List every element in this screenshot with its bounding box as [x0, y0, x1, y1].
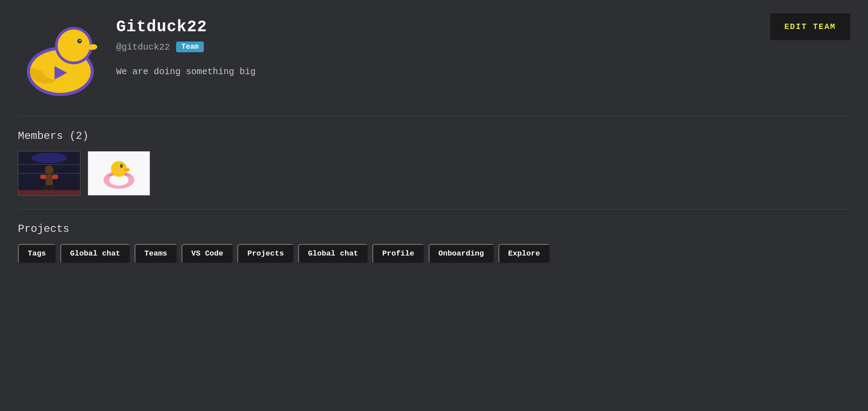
members-section: Members (2) — [18, 130, 850, 196]
svg-point-11 — [45, 165, 54, 174]
svg-point-29 — [122, 165, 122, 166]
project-tag[interactable]: Projects — [237, 244, 294, 263]
profile-bio: We are doing something big — [116, 67, 256, 77]
project-tag[interactable]: Onboarding — [429, 244, 494, 263]
header-section: Gitduck22 @gitduck22 Team We are doing s… — [18, 13, 850, 98]
projects-tags: TagsGlobal chatTeamsVS CodeProjectsGloba… — [18, 244, 850, 263]
svg-point-28 — [120, 165, 123, 168]
divider-1 — [18, 116, 850, 117]
profile-handle: @gitduck22 — [116, 42, 170, 52]
project-tag[interactable]: VS Code — [181, 244, 233, 263]
members-grid — [18, 151, 850, 196]
project-tag[interactable]: Tags — [18, 244, 56, 263]
svg-point-27 — [124, 168, 130, 172]
svg-rect-14 — [52, 175, 58, 179]
projects-title: Projects — [18, 223, 850, 235]
project-tag[interactable]: Global chat — [298, 244, 368, 263]
profile-handle-row: @gitduck22 Team — [116, 42, 256, 52]
avatar — [18, 13, 103, 98]
project-tag[interactable]: Explore — [498, 244, 550, 263]
svg-rect-13 — [40, 175, 46, 179]
main-content: Gitduck22 @gitduck22 Team We are doing s… — [0, 0, 868, 277]
projects-section: Projects TagsGlobal chatTeamsVS CodeProj… — [18, 223, 850, 263]
svg-point-5 — [80, 40, 81, 42]
svg-rect-12 — [46, 174, 53, 185]
member-avatar-1[interactable] — [18, 151, 80, 196]
svg-rect-17 — [18, 190, 80, 195]
project-tag[interactable]: Teams — [135, 244, 177, 263]
divider-2 — [18, 209, 850, 210]
svg-point-3 — [58, 29, 90, 62]
profile-info: Gitduck22 @gitduck22 Team We are doing s… — [116, 13, 256, 77]
members-title: Members (2) — [18, 130, 850, 142]
project-tag[interactable]: Profile — [372, 244, 424, 263]
edit-team-button[interactable]: EDIT TEAM — [770, 13, 850, 40]
svg-point-30 — [116, 168, 121, 171]
profile-name: Gitduck22 — [116, 18, 256, 36]
header-left: Gitduck22 @gitduck22 Team We are doing s… — [18, 13, 256, 98]
team-badge: Team — [176, 42, 204, 52]
project-tag[interactable]: Global chat — [60, 244, 130, 263]
member-avatar-2[interactable] — [88, 151, 150, 196]
svg-point-10 — [32, 153, 67, 164]
